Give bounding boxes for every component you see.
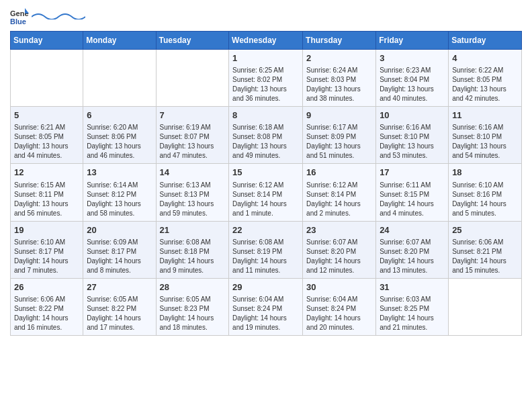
day-detail: Sunrise: 6:03 AM [380, 295, 445, 304]
weekday-monday: Monday [83, 32, 156, 50]
logo-wave-icon [32, 11, 85, 19]
calendar-cell: 10Sunrise: 6:16 AMSunset: 8:10 PMDayligh… [376, 107, 449, 164]
day-detail: and 44 minutes. [14, 151, 79, 161]
day-detail: Daylight: 14 hours [380, 257, 445, 266]
calendar-cell [156, 50, 229, 107]
day-number: 7 [160, 109, 226, 122]
calendar-cell: 26Sunrise: 6:06 AMSunset: 8:22 PMDayligh… [11, 278, 83, 335]
calendar-cell: 13Sunrise: 6:14 AMSunset: 8:12 PMDayligh… [83, 164, 156, 221]
day-number: 22 [232, 224, 299, 236]
day-detail: Sunrise: 6:24 AM [306, 66, 372, 75]
day-detail: Sunrise: 6:05 AM [87, 295, 152, 304]
day-detail: Sunset: 8:17 PM [87, 247, 152, 257]
calendar-cell: 18Sunrise: 6:10 AMSunset: 8:16 PMDayligh… [449, 164, 522, 221]
calendar-cell: 24Sunrise: 6:07 AMSunset: 8:20 PMDayligh… [376, 221, 449, 278]
calendar-cell: 14Sunrise: 6:13 AMSunset: 8:13 PMDayligh… [156, 164, 229, 221]
calendar-cell: 22Sunrise: 6:08 AMSunset: 8:19 PMDayligh… [229, 221, 303, 278]
day-number: 20 [87, 224, 152, 236]
day-number: 18 [452, 167, 518, 179]
calendar-cell: 8Sunrise: 6:18 AMSunset: 8:08 PMDaylight… [229, 107, 303, 164]
weekday-sunday: Sunday [11, 32, 83, 50]
day-number: 14 [160, 167, 226, 179]
day-number: 2 [306, 52, 372, 64]
day-detail: Sunset: 8:25 PM [380, 304, 445, 314]
day-detail: Daylight: 14 hours [306, 199, 372, 209]
day-detail: Daylight: 13 hours [87, 142, 152, 151]
day-number: 5 [14, 109, 79, 122]
day-detail: Daylight: 13 hours [452, 142, 518, 151]
day-detail: Sunset: 8:08 PM [232, 132, 299, 142]
day-detail: and 47 minutes. [160, 151, 226, 161]
day-detail: Daylight: 14 hours [160, 314, 226, 323]
day-detail: Daylight: 14 hours [306, 257, 372, 266]
logo: General Blue [10, 7, 85, 26]
header: General Blue [10, 7, 522, 26]
day-detail: Daylight: 13 hours [14, 142, 79, 151]
weekday-tuesday: Tuesday [156, 32, 229, 50]
day-detail: Sunrise: 6:22 AM [452, 66, 518, 75]
day-detail: Daylight: 14 hours [380, 314, 445, 323]
calendar-cell [449, 278, 522, 335]
logo-text [32, 10, 85, 22]
day-number: 12 [14, 167, 79, 179]
day-number: 31 [380, 281, 445, 293]
day-detail: and 1 minute. [232, 209, 299, 218]
day-number: 13 [87, 167, 152, 179]
day-number: 24 [380, 224, 445, 236]
day-detail: Daylight: 14 hours [232, 314, 299, 323]
day-detail: Sunrise: 6:08 AM [232, 238, 299, 247]
day-detail: Sunset: 8:24 PM [232, 304, 299, 314]
day-detail: Daylight: 13 hours [232, 142, 299, 151]
calendar-cell: 1Sunrise: 6:25 AMSunset: 8:02 PMDaylight… [229, 50, 303, 107]
day-detail: Sunset: 8:05 PM [452, 75, 518, 85]
day-detail: Sunrise: 6:18 AM [232, 123, 299, 132]
day-number: 9 [306, 109, 372, 122]
calendar-cell: 21Sunrise: 6:08 AMSunset: 8:18 PMDayligh… [156, 221, 229, 278]
calendar-cell: 31Sunrise: 6:03 AMSunset: 8:25 PMDayligh… [376, 278, 449, 335]
day-detail: Daylight: 14 hours [14, 314, 79, 323]
calendar-cell [11, 50, 83, 107]
day-number: 17 [380, 167, 445, 179]
calendar-cell: 30Sunrise: 6:04 AMSunset: 8:24 PMDayligh… [303, 278, 376, 335]
day-number: 8 [232, 109, 299, 122]
calendar-cell: 25Sunrise: 6:06 AMSunset: 8:21 PMDayligh… [449, 221, 522, 278]
day-detail: Daylight: 13 hours [232, 85, 299, 94]
day-number: 11 [452, 109, 518, 122]
day-detail: Sunset: 8:14 PM [232, 190, 299, 199]
calendar-cell: 11Sunrise: 6:16 AMSunset: 8:10 PMDayligh… [449, 107, 522, 164]
calendar-cell: 9Sunrise: 6:17 AMSunset: 8:09 PMDaylight… [303, 107, 376, 164]
day-detail: Daylight: 13 hours [160, 199, 226, 209]
day-number: 4 [452, 52, 518, 64]
day-detail: Daylight: 13 hours [452, 85, 518, 94]
day-detail: Sunrise: 6:10 AM [452, 181, 518, 190]
day-number: 10 [380, 109, 445, 122]
day-number: 23 [306, 224, 372, 236]
day-detail: and 59 minutes. [160, 209, 226, 218]
day-detail: Sunrise: 6:16 AM [380, 123, 445, 132]
day-detail: Sunset: 8:12 PM [87, 190, 152, 199]
day-detail: Sunrise: 6:07 AM [380, 238, 445, 247]
day-detail: and 18 minutes. [160, 323, 226, 332]
day-detail: Daylight: 13 hours [306, 142, 372, 151]
day-detail: Sunset: 8:21 PM [452, 247, 518, 257]
week-row-4: 26Sunrise: 6:06 AMSunset: 8:22 PMDayligh… [11, 278, 522, 335]
day-detail: Sunset: 8:10 PM [452, 132, 518, 142]
day-detail: Sunset: 8:10 PM [380, 132, 445, 142]
day-detail: Sunset: 8:09 PM [306, 132, 372, 142]
day-detail: Sunset: 8:03 PM [306, 75, 372, 85]
day-detail: Sunrise: 6:14 AM [87, 181, 152, 190]
day-detail: and 49 minutes. [232, 151, 299, 161]
calendar-cell: 4Sunrise: 6:22 AMSunset: 8:05 PMDaylight… [449, 50, 522, 107]
day-number: 3 [380, 52, 445, 64]
day-detail: Daylight: 14 hours [87, 314, 152, 323]
calendar-cell: 12Sunrise: 6:15 AMSunset: 8:11 PMDayligh… [11, 164, 83, 221]
day-detail: Sunrise: 6:20 AM [87, 123, 152, 132]
weekday-row: SundayMondayTuesdayWednesdayThursdayFrid… [11, 32, 522, 50]
calendar-cell: 5Sunrise: 6:21 AMSunset: 8:05 PMDaylight… [11, 107, 83, 164]
weekday-wednesday: Wednesday [229, 32, 303, 50]
day-detail: Sunrise: 6:12 AM [232, 181, 299, 190]
calendar-header: SundayMondayTuesdayWednesdayThursdayFrid… [11, 32, 522, 50]
day-detail: Sunrise: 6:06 AM [452, 238, 518, 247]
day-detail: Sunset: 8:16 PM [452, 190, 518, 199]
day-number: 26 [14, 281, 79, 293]
